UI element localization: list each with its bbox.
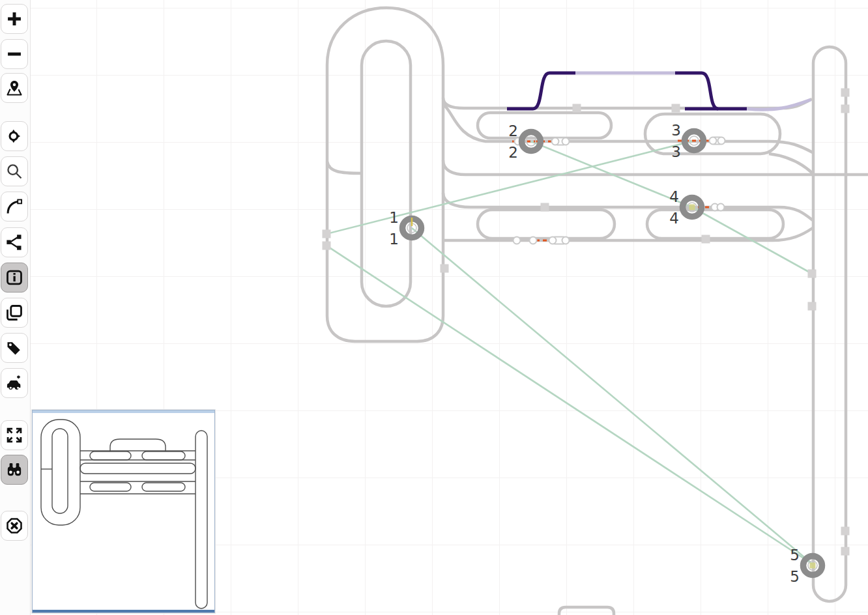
siding-a2-connector: [769, 154, 813, 173]
abort-button[interactable]: [1, 511, 28, 541]
junction-label-top: 5: [790, 547, 800, 564]
connector-endpoint-circle: [562, 138, 570, 145]
green-connection-line: [412, 228, 813, 564]
siding-b2: [647, 210, 783, 238]
connector-endpoint-circle: [718, 137, 725, 145]
inspect-info-button[interactable]: [1, 263, 28, 293]
track-left-outer-loop: [327, 8, 443, 341]
curve-icon: [5, 197, 23, 216]
mini-siding-a1: [90, 451, 131, 460]
geometry-handle[interactable]: [841, 527, 850, 536]
copy-icon: [5, 304, 23, 322]
mini-mid-band: [80, 463, 195, 474]
junction-label-top: 2: [508, 122, 518, 139]
track-left-connector: [327, 162, 362, 173]
network-icon: [5, 233, 23, 251]
track-layer: [327, 8, 868, 615]
mini-siding-b1: [90, 483, 131, 491]
fit-view-button[interactable]: [1, 420, 28, 450]
car-icon: [5, 374, 23, 392]
connector-endpoint-circle: [549, 237, 557, 244]
route-selected-right-curve: [675, 73, 718, 109]
geometry-handle[interactable]: [323, 230, 331, 238]
route-layer: [507, 73, 811, 109]
mini-left-outer-loop: [41, 420, 80, 525]
plus-icon: [5, 10, 23, 28]
toolbar: [0, 0, 31, 615]
geometry-handle[interactable]: [841, 89, 850, 97]
geometry-handle[interactable]: [672, 104, 680, 113]
zoom-in-button[interactable]: [1, 4, 28, 34]
geometry-handle[interactable]: [541, 203, 549, 212]
geometry-handle[interactable]: [573, 104, 581, 113]
info-icon: [5, 268, 23, 287]
geometry-handle[interactable]: [441, 265, 449, 273]
connector-endpoint-circle: [514, 237, 521, 244]
track-h4: [443, 193, 813, 220]
geometry-handle[interactable]: [841, 105, 850, 113]
vehicle-mode-button[interactable]: [1, 368, 28, 398]
minimap-svg: [33, 413, 214, 610]
minimap-window[interactable]: [32, 410, 215, 613]
connector-endpoint-circle: [562, 237, 570, 244]
junction-label-bottom: 5: [790, 568, 800, 585]
siding-a1: [478, 113, 611, 138]
track-h1: [443, 98, 812, 108]
magnifier-icon: [5, 162, 23, 180]
geometry-handle[interactable]: [808, 302, 817, 311]
target-icon: [5, 127, 23, 145]
track-right-loop: [813, 47, 846, 601]
junction-label-bottom: 2: [508, 144, 518, 161]
binoculars-icon: [5, 461, 23, 479]
center-view-button[interactable]: [1, 121, 28, 151]
duplicate-button[interactable]: [1, 298, 28, 328]
locate-on-map-button[interactable]: [1, 73, 28, 103]
junction-yellow-square: [689, 205, 695, 210]
connector-endpoint-circle: [710, 137, 717, 145]
editor-stage: 1122334455: [0, 0, 868, 615]
tag-icon: [5, 339, 23, 357]
mini-siding-a2: [142, 451, 185, 460]
tag-mode-button[interactable]: [1, 333, 28, 363]
find-locate-button[interactable]: [1, 455, 28, 485]
geometry-handle[interactable]: [702, 235, 710, 244]
minus-icon: [5, 45, 23, 63]
map-pin-icon: [5, 79, 23, 97]
search-button[interactable]: [1, 156, 28, 186]
edit-geometry-button[interactable]: [1, 192, 28, 222]
mini-elevated-bump: [110, 439, 166, 451]
junction-label-bottom: 3: [671, 143, 681, 160]
junction-yellow-square: [810, 563, 816, 569]
connector-endpoint-circle: [552, 138, 559, 145]
junction-label-bottom: 4: [669, 210, 679, 227]
track-left-inner-loop: [362, 41, 411, 306]
geometry-handle[interactable]: [841, 547, 850, 556]
junction-label-top: 4: [669, 188, 679, 205]
geometry-handle[interactable]: [323, 242, 331, 250]
network-mode-button[interactable]: [1, 227, 28, 257]
connector-endpoint-circle: [717, 204, 725, 211]
dynamic-layer: 1122334455: [323, 89, 850, 586]
geometry-handle[interactable]: [808, 270, 817, 278]
mini-siding-b2: [142, 483, 185, 491]
zoom-out-button[interactable]: [1, 39, 28, 69]
track-bottom-capsule: [559, 607, 614, 615]
mini-left-inner-loop: [52, 429, 68, 513]
junction-label-bottom: 1: [389, 231, 399, 248]
green-connection-line: [326, 246, 813, 564]
junction-label-top: 1: [389, 209, 399, 226]
siding-b1: [478, 210, 615, 238]
expand-arrows-icon: [5, 426, 23, 444]
junction-label-top: 3: [671, 122, 681, 139]
route-unselected-right: [747, 100, 811, 109]
connector-endpoint-circle: [530, 237, 537, 244]
stop-cross-icon: [5, 517, 23, 535]
route-selected-left: [507, 73, 575, 109]
mini-right-loop: [195, 431, 207, 608]
